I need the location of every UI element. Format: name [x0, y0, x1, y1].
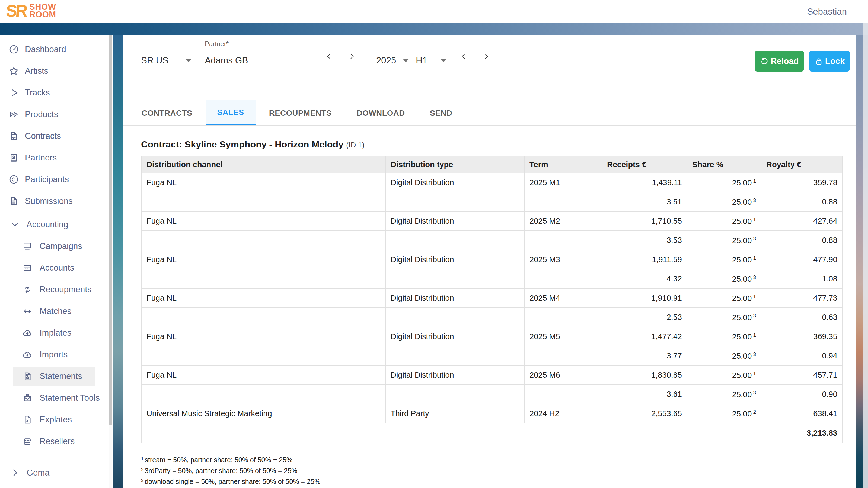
cell-channel: [141, 385, 385, 404]
cell-type: [385, 269, 524, 289]
showroom-logo[interactable]: SR SHOW ROOM: [6, 1, 56, 20]
cell-type: Digital Distribution: [385, 173, 524, 192]
cell-term: 2025 M4: [524, 289, 602, 308]
sidebar-group-accounting[interactable]: Accounting: [0, 214, 113, 235]
cell-channel: [141, 308, 385, 327]
sidebar: Dashboard Artists Tracks Products Contra…: [0, 35, 113, 488]
cell-type: [385, 385, 524, 404]
chevron-down-icon: [441, 59, 446, 62]
table-row: 3.51 25.003 0.88: [141, 192, 842, 212]
cell-term: 2025 M6: [524, 365, 602, 385]
period-prev-button[interactable]: [457, 48, 471, 65]
sidebar-item-imports[interactable]: Imports: [0, 344, 113, 365]
cell-type: Digital Distribution: [385, 365, 524, 385]
sidebar-item-campaigns[interactable]: Campaigns: [0, 235, 113, 257]
dashboard-icon: [9, 44, 19, 55]
page-scrollbar[interactable]: [863, 23, 868, 488]
footnotes: 1stream = 50%, partner share: 50% of 50%…: [141, 455, 320, 488]
cell-type: [385, 231, 524, 250]
tab-contracts[interactable]: CONTRACTS: [130, 100, 204, 126]
lock-icon: [814, 57, 824, 66]
partner-label: Partner*: [205, 40, 229, 48]
cell-share: 25.003: [687, 346, 761, 365]
tab-send[interactable]: SEND: [418, 100, 464, 126]
repeat-icon: [22, 284, 33, 295]
tab-recoupments[interactable]: RECOUPMENTS: [258, 100, 343, 126]
table-row: 4.32 25.003 1.08: [141, 269, 842, 289]
col-distribution-channel: Distribution channel: [141, 156, 385, 173]
cell-share: 25.003: [687, 231, 761, 250]
cell-type: Digital Distribution: [385, 212, 524, 231]
partner-field[interactable]: Partner* Adams GB: [205, 40, 312, 75]
cell-term: [524, 308, 602, 327]
tab-download[interactable]: DOWNLOAD: [345, 100, 416, 126]
cell-receipts: 1,477.42: [602, 327, 687, 346]
period-select[interactable]: H1: [416, 52, 446, 75]
contract-title: Contract: Skyline Symphony - Horizon Mel…: [141, 139, 365, 150]
sidebar-item-artists[interactable]: Artists: [0, 60, 113, 82]
cell-term: [524, 231, 602, 250]
partner-input[interactable]: Adams GB: [205, 55, 248, 66]
tab-bar: CONTRACTS SALES RECOUPMENTS DOWNLOAD SEN…: [130, 100, 466, 126]
cell-receipts: 4.32: [602, 269, 687, 289]
sidebar-scrollbar[interactable]: [109, 35, 112, 425]
cell-receipts: 1,830.85: [602, 365, 687, 385]
table-row: Fuga NL Digital Distribution 2025 M4 1,9…: [141, 289, 842, 308]
sidebar-group-gema[interactable]: Gema: [0, 462, 113, 484]
col-receipts: Receipts €: [602, 156, 687, 173]
sidebar-item-tracks[interactable]: Tracks: [0, 82, 113, 104]
cell-type: [385, 308, 524, 327]
cell-share: 25.001: [687, 327, 761, 346]
sidebar-item-explates[interactable]: Explates: [0, 409, 113, 430]
cell-channel: Fuga NL: [141, 173, 385, 192]
cell-type: [385, 346, 524, 365]
sidebar-item-accounts[interactable]: Accounts: [0, 257, 113, 279]
cell-term: [524, 346, 602, 365]
sidebar-item-contracts[interactable]: Contracts: [0, 125, 113, 147]
total-spacer-cell: [141, 423, 761, 443]
tab-sales[interactable]: SALES: [206, 100, 255, 126]
user-menu[interactable]: Sebastian: [807, 0, 847, 23]
footnote: 3download single = 50%, partner share: 5…: [141, 477, 320, 485]
svg-text:$: $: [27, 394, 28, 397]
company-select[interactable]: SR US: [141, 52, 191, 75]
cell-channel: Fuga NL: [141, 250, 385, 269]
logo-sr-monogram: SR: [5, 1, 27, 20]
lock-button[interactable]: Lock: [809, 51, 850, 72]
cell-channel: [141, 192, 385, 212]
cell-receipts: 3.51: [602, 192, 687, 212]
table-row: Fuga NL Digital Distribution 2025 M6 1,8…: [141, 365, 842, 385]
sidebar-item-recoupments[interactable]: Recoupments: [0, 279, 113, 300]
cell-type: [385, 192, 524, 212]
cell-term: 2025 M1: [524, 173, 602, 192]
chevron-down-icon: [10, 219, 20, 230]
cell-term: [524, 192, 602, 212]
cloud-download-icon: [22, 350, 33, 360]
cell-term: 2025 M5: [524, 327, 602, 346]
chevron-right-icon: [10, 468, 20, 478]
sidebar-item-products[interactable]: Products: [0, 104, 113, 125]
document-lines-icon: [9, 196, 19, 206]
period-next-button[interactable]: [479, 48, 493, 65]
cloud-download-icon: [22, 328, 33, 338]
sidebar-item-resellers[interactable]: Resellers: [0, 430, 113, 452]
cell-share: 25.003: [687, 192, 761, 212]
partner-next-button[interactable]: [345, 48, 359, 65]
sidebar-item-statements[interactable]: $ Statements: [0, 365, 113, 387]
cell-royalty: 427.64: [761, 212, 842, 231]
partner-prev-button[interactable]: [322, 48, 336, 65]
cell-type: Digital Distribution: [385, 289, 524, 308]
sidebar-item-implates[interactable]: Implates: [0, 322, 113, 344]
cell-receipts: 3.77: [602, 346, 687, 365]
sidebar-item-submissions[interactable]: Submissions: [0, 190, 113, 212]
sidebar-item-matches[interactable]: Matches: [0, 300, 113, 322]
sidebar-item-participants[interactable]: Participants: [0, 169, 113, 190]
cell-channel: [141, 269, 385, 289]
cell-receipts: 1,710.55: [602, 212, 687, 231]
sidebar-item-dashboard[interactable]: Dashboard: [0, 38, 113, 60]
sidebar-item-statement-tools[interactable]: $ Statement Tools: [0, 387, 113, 409]
cell-channel: Universal Music Strategic Marketing: [141, 404, 385, 423]
reload-button[interactable]: Reload: [755, 51, 804, 72]
year-select[interactable]: 2025: [376, 52, 401, 75]
sidebar-item-partners[interactable]: Partners: [0, 147, 113, 169]
